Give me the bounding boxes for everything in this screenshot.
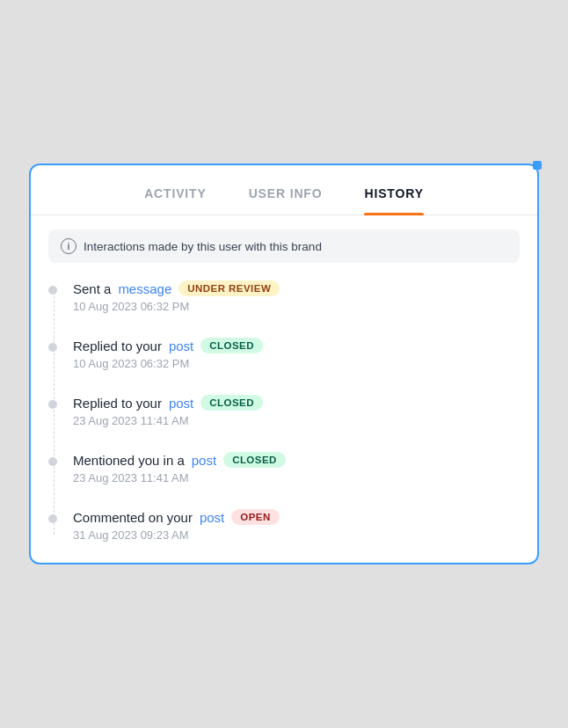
item-link[interactable]: post [169,339,193,353]
main-card: ACTIVITY USER INFO HISTORY i Interaction… [29,164,539,564]
item-text-before: Sent a [73,281,111,296]
item-row: Mentioned you in a post CLOSED [73,452,520,468]
item-date: 31 Aug 2023 09:23 AM [73,528,520,542]
item-link[interactable]: message [118,281,171,296]
tabs-container: ACTIVITY USER INFO HISTORY [31,165,537,215]
item-date: 23 Aug 2023 11:41 AM [73,414,520,427]
item-text-before: Mentioned you in a [73,453,185,468]
timeline-item: Replied to your post CLOSED 23 Aug 2023 … [73,395,520,427]
timeline-line [54,288,55,535]
status-badge: CLOSED [223,452,286,468]
timeline-item: Mentioned you in a post CLOSED 23 Aug 20… [73,452,520,484]
status-badge: CLOSED [200,338,263,353]
timeline-dot [48,343,57,352]
timeline-inner: Sent a message UNDER REVIEW 10 Aug 2023 … [48,280,520,542]
timeline-item: Commented on your post OPEN 31 Aug 2023 … [73,509,520,542]
timeline-dot [48,286,57,295]
tab-user-info[interactable]: USER INFO [249,186,323,215]
timeline-item: Sent a message UNDER REVIEW 10 Aug 2023 … [73,280,520,313]
status-badge: CLOSED [200,395,263,411]
tab-activity[interactable]: ACTIVITY [144,186,207,215]
item-link[interactable]: post [169,396,193,411]
item-text-before: Commented on your [73,510,193,525]
tab-history[interactable]: HISTORY [364,186,423,215]
item-text-before: Replied to your [73,396,162,411]
timeline-dot [48,457,57,466]
info-icon: i [61,238,76,254]
timeline-dot [48,400,57,409]
item-link[interactable]: post [200,510,224,525]
item-row: Replied to your post CLOSED [73,338,520,353]
item-date: 23 Aug 2023 11:41 AM [73,471,520,484]
item-row: Replied to your post CLOSED [73,395,520,411]
item-row: Sent a message UNDER REVIEW [73,280,520,296]
info-banner: i Interactions made by this user with th… [48,229,520,263]
item-date: 10 Aug 2023 06:32 PM [73,300,520,313]
status-badge: UNDER REVIEW [178,280,280,296]
timeline: Sent a message UNDER REVIEW 10 Aug 2023 … [31,270,537,542]
status-badge: OPEN [231,509,279,525]
info-banner-text: Interactions made by this user with this… [84,240,322,253]
timeline-item: Replied to your post CLOSED 10 Aug 2023 … [73,338,520,370]
timeline-dot [48,514,57,523]
item-date: 10 Aug 2023 06:32 PM [73,357,520,370]
item-link[interactable]: post [192,453,216,468]
item-text-before: Replied to your [73,339,162,353]
item-row: Commented on your post OPEN [73,509,520,525]
